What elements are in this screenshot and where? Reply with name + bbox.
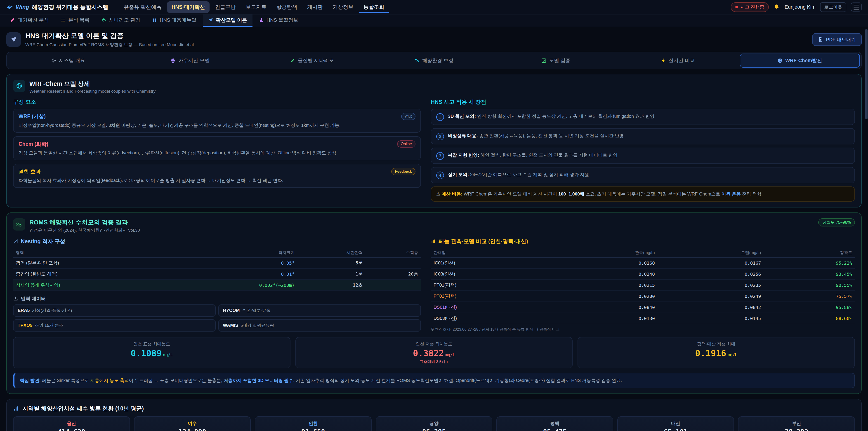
region-daesan: 대산 65,101 m³/일 346t/년 (617, 416, 734, 431)
tab-system-overview[interactable]: 시스템 개요 (8, 54, 128, 68)
top-menu-oil-spill[interactable]: 유출유 확산예측 (119, 1, 166, 13)
pen-icon (10, 18, 15, 23)
subtab-model-theory[interactable]: 확산모델 이론 (203, 14, 252, 27)
app-title: 해양환경 위기대응 통합시스템 (32, 3, 108, 11)
tab-marine-correction[interactable]: 해양환경 보정 (374, 54, 494, 68)
bar-chart-icon (13, 406, 19, 411)
accuracy-badge: 정확도 75~96% (818, 218, 855, 226)
region-incheon: 인천 91,658 m³/일 1,373t/년 (255, 416, 372, 431)
subtab-atmos-analysis[interactable]: 대기확산 분석 (4, 14, 54, 27)
sub-navbar: 대기확산 분석 분석 목록 시나리오 관리 HNS 대응매뉴얼 확산모델 이론 … (0, 14, 868, 27)
feedback-badge: Feedback (391, 168, 415, 175)
fog-icon (170, 58, 176, 63)
subtab-analysis-list[interactable]: 분석 목록 (55, 14, 95, 27)
top-menu: 유출유 확산예측 HNS·대기확산 긴급구난 보고자료 항공탐색 게시판 기상정… (119, 1, 724, 13)
flask-icon (259, 18, 264, 23)
region-stats: 울산 414,620 m³/일 1,037t/년 여수 124,890 m³/일… (13, 416, 855, 431)
page-title: HNS 대기확산 모델 이론 및 검증 (25, 31, 195, 40)
number-badge: 4 (436, 172, 444, 179)
user-name: Eunjeong Kim (784, 4, 815, 10)
gear-icon (51, 58, 56, 63)
roms-card-subtitle: 김정윤·이문진 외 (2024), 한국해양환경·안전학회지 Vol.30 (29, 227, 140, 233)
download-icon (13, 296, 18, 301)
advantage-item: 1 3D 확산 모의: 연직 방향 확산까지 포함한 정밀 농도장 계산. 고층… (431, 109, 855, 125)
component-name: WRF (기상) (19, 113, 46, 120)
subtab-hns-manual[interactable]: HNS 대응매뉴얼 (147, 14, 202, 27)
roms-validation-card: ROMS 해양확산 수치모의 검증 결과 김정윤·이문진 외 (2024), 한… (6, 212, 862, 394)
top-menu-hns-atmos[interactable]: HNS·대기확산 (167, 1, 210, 13)
subtab-scenario-mgmt[interactable]: 시나리오 관리 (96, 14, 146, 27)
pencil-icon (290, 58, 295, 63)
region-busan: 부산 38,292 m³/일 469t/년 (738, 416, 855, 431)
scrollbar[interactable] (865, 0, 868, 431)
tab-wrf-chem[interactable]: WRF-Chem발전 (740, 54, 860, 68)
table-row: IC01(인천) 0.0160 0.0167 95.22% (431, 257, 855, 269)
top-menu-aerial-search[interactable]: 항공탐색 (272, 1, 302, 13)
hamburger-menu-icon[interactable] (851, 2, 862, 11)
region-ulsan: 울산 414,620 m³/일 1,037t/년 (13, 416, 130, 431)
number-badge: 1 (436, 113, 444, 121)
brand-word: Wing (16, 4, 29, 10)
metric-pt-ds-bottom: 평택·대산 저층 최대 0.1916mg/L (578, 337, 855, 368)
wrf-advantages-column: HNS 사고 적용 시 장점 1 3D 확산 모의: 연직 방향 확산까지 포함… (431, 98, 855, 202)
top-menu-integrated-search[interactable]: 통합조회 (359, 1, 389, 13)
region-pyeongtaek: 평택 85,475 m³/일 741t/년 (496, 416, 613, 431)
page-subtitle: WRF-Chem·Gaussian Plume/Puff·ROMS·해양환경 보… (25, 42, 195, 48)
top-menu-board[interactable]: 게시판 (303, 1, 327, 13)
computation-cost-note: ⚠ 계산 비용: WRF-Chem은 가우시안 모델 대비 계산 시간이 100… (431, 186, 855, 202)
top-menu-rescue[interactable]: 긴급구난 (211, 1, 240, 13)
key-finding-note: 핵심 발견: 페놀은 Sinker 특성으로 저층에서 농도 축적이 두드러짐 … (13, 373, 855, 388)
top-menu-reports[interactable]: 보고자료 (241, 1, 271, 13)
metric-incheon-bottom: 인천 저층 최대농도 0.3822mg/L 표층대비 3.5배 ↑ (296, 337, 573, 368)
status-dot-icon (735, 6, 738, 8)
app-root: Wing 해양환경 위기대응 통합시스템 유출유 확산예측 HNS·대기확산 긴… (0, 0, 868, 431)
tab-model-validation[interactable]: 모델 검증 (496, 54, 616, 68)
advantage-item: 4 장기 모의: 24~72시간 예측으로 사고 수습 계획 및 장기 피해 평… (431, 167, 855, 183)
logout-button[interactable]: 로그아웃 (820, 2, 846, 12)
table-row: DS01(대산) 0.0840 0.0842 95.88% (431, 302, 855, 313)
table-row: 광역 (일본·대만 포함) 0.05° 5분 (13, 257, 421, 269)
tab-realtime-compare[interactable]: 실시간 비교 (618, 54, 738, 68)
component-desc: 화학물질의 복사 효과가 기상장에 되먹임(feedback). 예: 대량의 … (19, 177, 415, 184)
input-wamis: WAMIS5대강 일평균유량 (218, 319, 421, 332)
number-badge: 2 (436, 133, 444, 140)
concentration-metrics: 인천 표층 최대농도 0.1089mg/L 인천 저층 최대농도 0.3822m… (13, 337, 855, 368)
region-gwangyang: 광양 86,395 m³/일 791t/년 (376, 416, 493, 431)
check-square-icon (541, 58, 546, 63)
roms-card-title: ROMS 해양확산 수치모의 검증 결과 (29, 218, 140, 226)
top-menu-weather[interactable]: 기상정보 (328, 1, 358, 13)
tab-substance-scenarios[interactable]: 물질별 시나리오 (252, 54, 372, 68)
scrollbar-thumb[interactable] (865, 29, 868, 119)
document-icon (818, 37, 823, 42)
table-row: 상세역 (5개 우심지역) 0.002°(~200m) 12초 (13, 280, 421, 291)
wrf-components-column: 구성 요소 WRF (기상) v4.x 비정수압(non-hydrostatic… (13, 98, 421, 202)
pdf-export-button[interactable]: PDF 내보내기 (812, 33, 862, 46)
list-icon (61, 18, 66, 23)
component-name: 결합 효과 (19, 168, 41, 175)
phenol-compare-column: 페놀 관측-모델 비교 (인천·평택·대산) 관측점 관측(mg/L) 모델(m… (431, 238, 855, 332)
nesting-table: 영역 격자크기 시간간격 수직층 광역 (일본·대만 포함) 0.05° 5분 (13, 248, 421, 291)
nesting-column: Nesting 격자 구성 영역 격자크기 시간간격 수직층 광역 (일본·대만 (13, 238, 421, 332)
bell-icon[interactable] (773, 4, 780, 10)
section-tabs: 시스템 개요 가우시안 모델 물질별 시나리오 해양환경 보정 모델 검증 실시… (6, 52, 862, 69)
wing-logo-icon (6, 4, 13, 10)
incident-status-badge[interactable]: 사고 진행중 (731, 2, 769, 12)
table-row: 중간역 (한반도 해역) 0.01° 1분 20층 (13, 269, 421, 280)
wrf-card-subtitle: Weather Research and Forecasting model c… (29, 89, 156, 94)
input-hycom: HYCOM수온·염분·유속 (218, 304, 421, 317)
wrf-card-title: WRF-Chem 모델 상세 (29, 80, 156, 88)
wave-icon (414, 58, 420, 63)
tab-gaussian-model[interactable]: 가우시안 모델 (130, 54, 250, 68)
compare-heading: 페놀 관측-모델 비교 (인천·평택·대산) (438, 238, 528, 245)
table-row: PT01(평택) 0.0215 0.0235 90.55% (431, 280, 855, 291)
number-badge: 3 (436, 152, 444, 160)
subtab-hns-substance-info[interactable]: HNS 물질정보 (253, 14, 304, 27)
region-yeosu: 여수 124,890 m³/일 382t/년 (134, 416, 251, 431)
discharge-title: 지역별 해양산업시설 폐수 방류 현황 (10년 평균) (23, 405, 144, 412)
globe-icon (778, 58, 782, 63)
version-badge: v4.x (401, 113, 415, 120)
wave-icon (13, 218, 25, 230)
top-right-area: 사고 진행중 Eunjeong Kim 로그아웃 (731, 2, 862, 12)
table-row: IC03(인천) 0.0240 0.0256 93.45% (431, 269, 855, 280)
globe-icon (13, 80, 25, 92)
